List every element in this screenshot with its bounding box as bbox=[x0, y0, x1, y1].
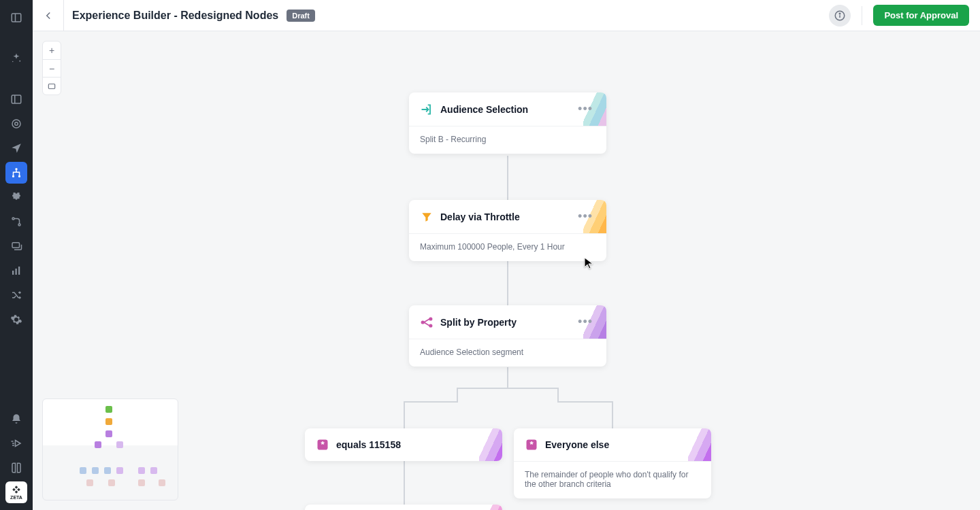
node-split-property[interactable]: Split by Property ••• Audience Selection… bbox=[409, 305, 606, 367]
node-description: Maximum 100000 People, Every 1 Hour bbox=[409, 233, 606, 261]
svg-rect-16 bbox=[18, 267, 20, 275]
sidebar-item-flow[interactable] bbox=[5, 162, 27, 184]
node-delay-throttle[interactable]: Delay via Throttle ••• Maximum 100000 Pe… bbox=[409, 200, 606, 261]
zoom-in-button[interactable]: + bbox=[43, 41, 61, 59]
sidebar-item-docs[interactable] bbox=[5, 457, 27, 479]
node-title: equals 115158 bbox=[336, 439, 491, 450]
connector bbox=[507, 367, 508, 388]
node-description: The remainder of people who don't qualif… bbox=[514, 461, 711, 498]
svg-text:*: * bbox=[321, 439, 325, 449]
connector bbox=[404, 401, 458, 403]
info-button[interactable] bbox=[829, 5, 851, 27]
node-title: Everyone else bbox=[545, 439, 700, 450]
brand-logo-text: ZETA bbox=[10, 495, 22, 500]
node-title: Split by Property bbox=[440, 317, 568, 328]
connector bbox=[612, 401, 613, 428]
sidebar-item-shuffle[interactable] bbox=[5, 284, 27, 306]
zoom-controls: + − bbox=[42, 41, 61, 95]
zoom-out-button[interactable]: − bbox=[43, 59, 61, 77]
svg-point-11 bbox=[12, 218, 14, 220]
sidebar-item-speed[interactable] bbox=[5, 432, 27, 454]
post-for-approval-button[interactable]: Post for Approval bbox=[873, 5, 969, 26]
sidebar-item-puzzle[interactable] bbox=[5, 186, 27, 208]
svg-point-6 bbox=[12, 120, 20, 128]
connector bbox=[404, 460, 405, 505]
sidebar-item-panel[interactable] bbox=[5, 7, 27, 29]
connector bbox=[507, 261, 508, 305]
node-description: Audience Selection segment bbox=[409, 339, 606, 367]
svg-rect-10 bbox=[18, 175, 20, 177]
back-button[interactable] bbox=[33, 0, 64, 31]
left-sidebar: ZETA bbox=[0, 0, 33, 510]
connector bbox=[457, 388, 458, 401]
sidebar-item-reports[interactable] bbox=[5, 260, 27, 282]
svg-rect-13 bbox=[12, 243, 20, 248]
split-icon bbox=[420, 316, 434, 329]
funnel-icon bbox=[420, 210, 434, 224]
svg-rect-8 bbox=[16, 168, 18, 170]
svg-rect-4 bbox=[12, 95, 21, 103]
svg-point-12 bbox=[18, 224, 20, 226]
svg-point-7 bbox=[15, 122, 18, 126]
svg-point-3 bbox=[12, 61, 14, 63]
svg-rect-15 bbox=[16, 269, 17, 275]
node-menu-button[interactable]: ••• bbox=[575, 102, 595, 116]
connector bbox=[457, 388, 559, 389]
svg-rect-14 bbox=[12, 271, 14, 275]
asterisk-icon: * bbox=[525, 438, 538, 452]
sidebar-item-connect[interactable] bbox=[5, 211, 27, 233]
svg-point-22 bbox=[429, 318, 431, 320]
minimap[interactable] bbox=[42, 398, 178, 500]
svg-point-2 bbox=[19, 61, 20, 62]
node-campaign-events[interactable]: Campaign for Events ••• bbox=[305, 505, 502, 510]
node-menu-button[interactable]: ••• bbox=[575, 209, 595, 224]
connector bbox=[557, 388, 559, 401]
svg-rect-0 bbox=[12, 14, 21, 22]
node-title: Delay via Throttle bbox=[440, 211, 568, 222]
asterisk-icon: * bbox=[316, 438, 329, 452]
sidebar-item-notifications[interactable] bbox=[5, 408, 27, 430]
node-branch-equals[interactable]: * equals 115158 bbox=[305, 428, 502, 461]
sidebar-item-dashboard[interactable] bbox=[5, 88, 27, 110]
sidebar-item-send[interactable] bbox=[5, 137, 27, 159]
connector bbox=[507, 156, 508, 200]
connector bbox=[557, 401, 612, 403]
sidebar-item-settings[interactable] bbox=[5, 309, 27, 330]
node-audience-selection[interactable]: Audience Selection ••• Split B - Recurri… bbox=[409, 92, 606, 154]
node-title: Audience Selection bbox=[440, 104, 568, 115]
svg-point-21 bbox=[422, 321, 424, 323]
svg-text:*: * bbox=[529, 439, 534, 449]
page-header: Experience Builder - Redesigned Nodes Dr… bbox=[33, 0, 980, 31]
node-description: Split B - Recurring bbox=[409, 126, 606, 154]
login-icon bbox=[420, 103, 434, 116]
brand-logo[interactable]: ZETA bbox=[5, 481, 27, 503]
zoom-fit-button[interactable] bbox=[43, 77, 61, 95]
svg-rect-9 bbox=[12, 175, 14, 177]
status-badge: Draft bbox=[287, 10, 315, 22]
connector bbox=[404, 401, 405, 428]
svg-point-23 bbox=[429, 324, 431, 326]
node-menu-button[interactable]: ••• bbox=[575, 315, 595, 329]
sidebar-item-sparkles[interactable] bbox=[5, 48, 27, 69]
node-branch-everyone-else[interactable]: * Everyone else The remainder of people … bbox=[514, 428, 711, 498]
sidebar-item-stack[interactable] bbox=[5, 235, 27, 257]
svg-point-19 bbox=[840, 13, 841, 14]
sidebar-item-target[interactable] bbox=[5, 113, 27, 135]
page-title: Experience Builder - Redesigned Nodes bbox=[72, 10, 278, 22]
svg-rect-20 bbox=[48, 84, 54, 88]
